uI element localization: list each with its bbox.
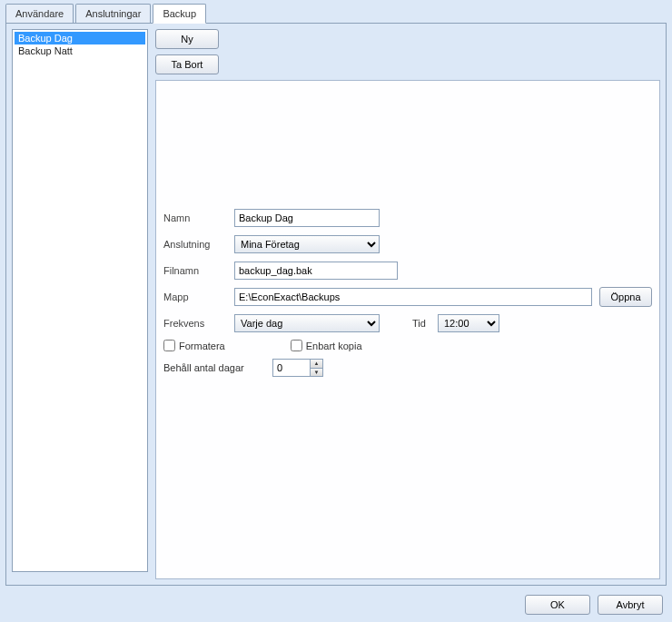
label-formatera: Formatera [179,341,225,351]
cancel-button[interactable]: Avbryt [598,595,663,615]
main-panel: Backup Dag Backup Natt Ny Ta Bort Namn A… [5,23,667,586]
dialog-buttons: OK Avbryt [525,595,663,615]
tab-strip: Användare Anslutningar Backup [0,0,672,24]
behall-input[interactable] [273,360,310,376]
namn-input[interactable] [234,209,380,227]
tid-select[interactable]: 12:00 [438,314,499,332]
spinner-down-icon[interactable]: ▼ [311,369,322,377]
label-mapp: Mapp [163,291,234,302]
label-tid: Tid [412,318,438,329]
behall-spinner[interactable]: ▲ ▼ [272,359,323,377]
mapp-input[interactable] [234,288,592,306]
tab-anvandare[interactable]: Användare [5,4,74,24]
label-enbart-kopia: Enbart kopia [306,341,362,351]
ok-button[interactable]: OK [525,595,590,615]
filnamn-input[interactable] [234,262,398,280]
button-column: Ny Ta Bort [155,29,660,74]
label-behall: Behåll antal dagar [163,362,272,373]
enbart-kopia-checkbox[interactable] [291,340,302,351]
new-button[interactable]: Ny [155,29,219,49]
label-anslutning: Anslutning [163,239,234,250]
backup-list[interactable]: Backup Dag Backup Natt [12,29,148,572]
detail-panel: Namn Anslutning Mina Företag Filnamn Map… [155,80,660,579]
open-button[interactable]: Öppna [599,287,652,307]
label-namn: Namn [163,212,234,223]
form-block: Namn Anslutning Mina Företag Filnamn Map… [163,208,652,384]
list-item[interactable]: Backup Natt [15,44,145,57]
frekvens-select[interactable]: Varje dag [234,314,380,332]
spinner-up-icon[interactable]: ▲ [311,360,322,369]
tab-backup[interactable]: Backup [153,4,206,24]
right-column: Ny Ta Bort Namn Anslutning Mina Företag … [155,29,660,579]
label-frekvens: Frekvens [163,318,234,329]
label-filnamn: Filnamn [163,265,234,276]
formatera-checkbox[interactable] [163,340,175,351]
anslutning-select[interactable]: Mina Företag [234,235,380,253]
list-item[interactable]: Backup Dag [15,32,145,44]
tab-anslutningar[interactable]: Anslutningar [75,4,151,24]
delete-button[interactable]: Ta Bort [155,54,219,74]
